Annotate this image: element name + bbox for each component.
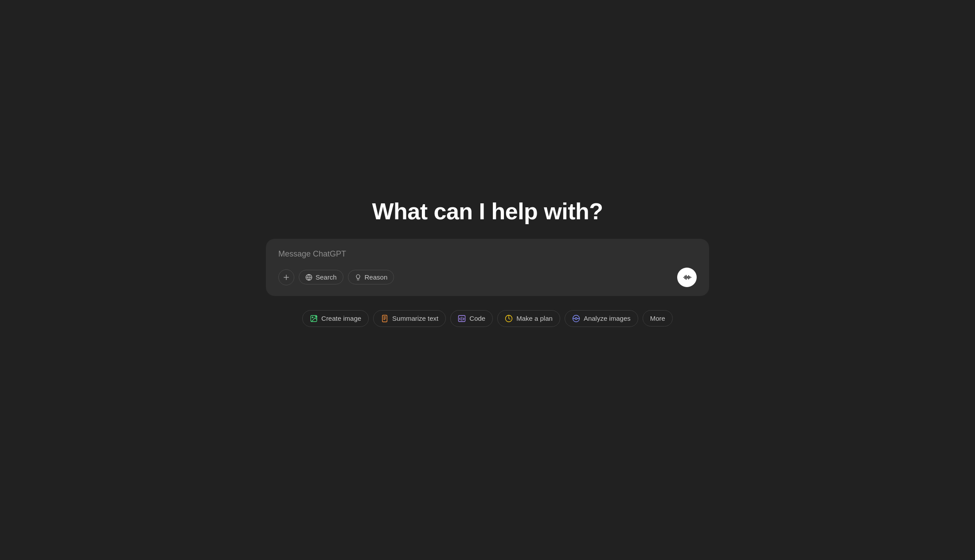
create-image-icon (310, 315, 318, 323)
action-pills-row: Create image Summarize text Code (302, 310, 673, 327)
summarize-text-label: Summarize text (392, 315, 438, 322)
waveform-icon (682, 272, 692, 282)
chat-input-box: Message ChatGPT Search (266, 239, 709, 296)
input-left-controls: Search Reason (278, 269, 394, 285)
attach-button[interactable] (278, 269, 294, 285)
code-label: Code (469, 315, 485, 322)
svg-point-25 (575, 317, 577, 319)
reason-button[interactable]: Reason (348, 270, 394, 284)
make-plan-icon (505, 315, 513, 323)
code-pill[interactable]: Code (450, 310, 493, 327)
code-icon (458, 315, 466, 323)
voice-button[interactable] (677, 268, 697, 287)
page-heading: What can I help with? (372, 198, 603, 225)
create-image-label: Create image (321, 315, 361, 322)
input-placeholder[interactable]: Message ChatGPT (278, 249, 697, 259)
more-label: More (650, 315, 665, 322)
make-a-plan-label: Make a plan (516, 315, 553, 322)
analyze-images-pill[interactable]: Analyze images (565, 310, 638, 327)
analyze-images-icon (572, 315, 580, 323)
globe-icon (305, 274, 312, 281)
reason-label: Reason (365, 273, 388, 281)
main-container: What can I help with? Message ChatGPT (0, 198, 975, 327)
input-controls-row: Search Reason (278, 268, 697, 287)
search-button[interactable]: Search (299, 270, 343, 284)
lightbulb-icon (355, 274, 362, 281)
plus-icon (282, 273, 290, 281)
search-label: Search (316, 273, 337, 281)
svg-point-12 (312, 317, 313, 318)
analyze-images-label: Analyze images (584, 315, 631, 322)
summarize-text-pill[interactable]: Summarize text (373, 310, 446, 327)
create-image-pill[interactable]: Create image (302, 310, 369, 327)
summarize-icon (381, 315, 389, 323)
make-a-plan-pill[interactable]: Make a plan (497, 310, 560, 327)
svg-rect-16 (382, 315, 387, 322)
more-pill[interactable]: More (643, 310, 673, 327)
